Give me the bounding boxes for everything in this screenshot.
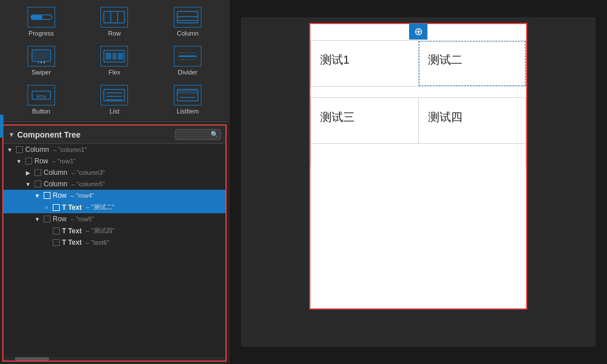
component-item-listitem[interactable]: ListItem [153,83,222,117]
tree-scrollbar-thumb[interactable] [15,357,49,361]
checkbox-row1[interactable] [25,158,32,165]
nodetype-text-ceshi4: T Text [62,227,81,235]
tree-body[interactable]: ▼ Column – "column1" ▼ Row – "row1" ▶ Co… [3,144,225,357]
swiper-icon [28,46,55,66]
button-label: Button [32,108,50,115]
svg-rect-5 [177,11,198,23]
nodetype-text-ceshi2: T Text [62,203,81,212]
nodetype-column1: Column [25,146,49,154]
checkbox-row5[interactable] [44,216,50,222]
canvas-grid: 测试1 测试二 测试三 测试四 [310,40,526,167]
arrow-text-ceshi2: ○ [42,204,50,210]
listitem-icon [174,85,201,105]
canvas-area: ⊕ 测试1 测试二 测试三 [241,17,596,347]
nodetype-column3: Column [44,169,67,177]
side-tab [0,115,3,138]
nodetype-column5: Column [44,180,67,188]
svg-rect-9 [33,51,49,60]
column-icon [174,7,201,28]
nodeid-text-ceshi2: – "测试二" [84,203,114,212]
component-item-progress[interactable]: Progress [7,5,76,39]
tree-horizontal-scrollbar[interactable] [3,357,225,361]
svg-rect-2 [104,11,124,23]
nodeid-column5: – "column5" [69,181,105,187]
component-grid: Progress Row [7,5,222,117]
component-tree-section: ▼ Component Tree 🔍 ▼ Column – "column1" … [2,124,227,362]
flex-icon [100,46,128,66]
arrow-column3: ▶ [24,170,32,176]
arrow-text6: ○ [42,240,50,246]
tree-header: ▼ Component Tree 🔍 [3,126,225,144]
swiper-label: Swiper [32,69,51,76]
cell-text-2-2: 测试四 [428,111,462,123]
cell-text-1-2: 测试二 [428,53,462,66]
tree-title: Component Tree [17,130,175,139]
component-item-row[interactable]: Row [80,5,149,39]
tree-collapse-arrow[interactable]: ▼ [8,131,15,139]
move-handle[interactable]: ⊕ [409,24,427,40]
nodeid-row1: – "row1" [50,158,76,165]
component-item-flex[interactable]: Flex [80,44,149,78]
tree-search-box[interactable]: 🔍 [175,129,221,140]
svg-rect-1 [31,15,42,19]
tree-node-row5[interactable]: ▼ Row – "row5" [3,213,225,225]
nodetype-row4: Row [53,191,67,199]
row-label: Row [108,30,120,37]
cell-1-1: 测试1 [311,41,419,87]
tree-node-column5[interactable]: ▼ Column – "column5" [3,178,225,190]
tree-node-text-ceshi2[interactable]: ○ T Text – "测试二" [3,201,225,213]
canvas-row-1: 测试1 测试二 [311,41,526,87]
component-item-swiper[interactable]: Swiper [7,44,76,78]
button-icon: BTN [28,85,55,105]
tree-node-row1[interactable]: ▼ Row – "row1" [3,155,225,167]
nodetype-row1: Row [34,157,48,165]
component-item-list[interactable]: List [80,83,149,117]
row-icon [100,7,128,28]
arrow-column5: ▼ [24,181,32,187]
component-item-button[interactable]: BTN Button [7,83,76,117]
checkbox-column3[interactable] [34,169,41,176]
arrow-row5: ▼ [33,216,41,222]
canvas-row-spacer [311,87,526,98]
list-label: List [110,108,119,115]
divider-icon [174,46,201,66]
list-icon [100,85,128,105]
cell-1-2: 测试二 [418,41,526,87]
nodeid-column1: – "column1" [51,146,87,153]
checkbox-text-ceshi4[interactable] [53,228,60,234]
divider-label: Divider [178,69,197,76]
tree-node-row4[interactable]: ▼ Row – "row4" [3,190,225,201]
listitem-label: ListItem [177,108,199,115]
progress-icon [28,7,55,28]
checkbox-text6[interactable] [53,239,60,246]
nodetype-row5: Row [53,215,67,223]
flex-label: Flex [108,69,120,76]
tree-node-text-ceshi4[interactable]: ○ T Text – "测试四" [3,225,225,237]
tree-node-column3[interactable]: ▶ Column – "column3" [3,167,225,178]
left-panel: Progress Row [0,0,229,364]
canvas-row-bottom [311,144,526,167]
progress-label: Progress [29,30,54,37]
component-item-divider[interactable]: Divider [153,44,222,78]
checkbox-column5[interactable] [34,181,41,187]
tree-node-column1[interactable]: ▼ Column – "column1" [3,144,225,155]
component-item-column[interactable]: Column [153,5,222,39]
checkbox-column1[interactable] [16,146,23,153]
svg-text:BTN: BTN [37,94,46,99]
move-icon: ⊕ [414,26,423,37]
arrow-text-ceshi4: ○ [42,228,50,234]
tree-node-text6[interactable]: ○ T Text – "text6" [3,237,225,248]
svg-rect-14 [106,53,111,60]
canvas-row-2: 测试三 测试四 [311,98,526,144]
nodeid-column3: – "column3" [69,169,105,176]
svg-rect-15 [112,53,116,60]
tree-search-input[interactable] [179,131,211,138]
cell-text-1-1: 测试1 [320,53,349,66]
svg-rect-16 [118,53,123,60]
svg-rect-22 [104,89,124,101]
search-icon: 🔍 [211,131,219,138]
right-area: ⊕ 测试1 测试二 测试三 [229,0,607,364]
checkbox-row4[interactable] [44,192,50,199]
checkbox-text-ceshi2[interactable] [53,204,60,211]
svg-rect-27 [177,89,198,94]
